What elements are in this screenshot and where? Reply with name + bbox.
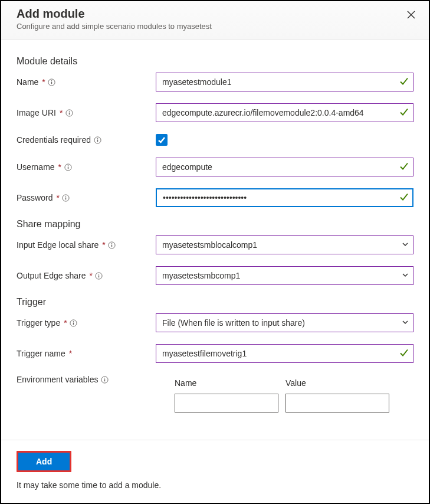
- info-icon[interactable]: [101, 375, 109, 384]
- required-indicator: *: [42, 77, 45, 87]
- svg-point-19: [111, 243, 112, 243]
- checkmark-icon: [157, 136, 166, 144]
- credentials-label: Credentials required: [17, 135, 91, 145]
- svg-point-16: [65, 195, 66, 196]
- username-input[interactable]: [156, 158, 413, 176]
- username-label: Username: [17, 162, 55, 172]
- required-indicator: *: [64, 318, 67, 328]
- required-indicator: *: [58, 162, 61, 172]
- input-share-label: Input Edge local share: [17, 240, 99, 250]
- add-button[interactable]: Add: [18, 453, 70, 470]
- required-indicator: *: [60, 108, 63, 117]
- trigger-type-select[interactable]: File (When file is written to input shar…: [156, 313, 413, 332]
- svg-point-25: [73, 320, 74, 321]
- output-share-select[interactable]: myasetestsmbcomp1: [156, 266, 413, 285]
- env-vars-label: Environment variables: [17, 375, 99, 384]
- info-icon[interactable]: [62, 194, 70, 202]
- section-module-details: Module details: [17, 56, 413, 67]
- panel-title: Add module: [17, 7, 413, 21]
- info-icon[interactable]: [108, 241, 116, 249]
- svg-point-28: [104, 377, 105, 378]
- section-trigger: Trigger: [17, 297, 413, 307]
- env-name-input[interactable]: [175, 394, 278, 413]
- info-icon[interactable]: [70, 319, 78, 327]
- info-icon[interactable]: [64, 163, 72, 171]
- close-icon: [407, 11, 415, 21]
- output-share-label: Output Edge share: [17, 271, 86, 280]
- password-input[interactable]: [156, 188, 413, 207]
- svg-point-4: [51, 80, 52, 80]
- trigger-type-label: Trigger type: [17, 318, 60, 328]
- svg-point-22: [99, 273, 99, 274]
- image-uri-input[interactable]: [156, 103, 413, 122]
- panel-footer: Add It may take some time to add a modul…: [1, 440, 429, 503]
- svg-point-13: [67, 165, 68, 165]
- name-label: Name: [17, 77, 38, 87]
- required-indicator: *: [56, 193, 59, 202]
- info-icon[interactable]: [93, 136, 101, 144]
- env-value-header: Value: [285, 378, 389, 388]
- env-name-header: Name: [175, 378, 278, 388]
- input-share-select[interactable]: myasetestsmblocalcomp1: [156, 235, 413, 254]
- section-share-mapping: Share mapping: [17, 219, 413, 230]
- close-button[interactable]: [403, 7, 419, 24]
- info-icon[interactable]: [95, 271, 103, 280]
- panel-header: Add module Configure and add simple scen…: [1, 1, 429, 40]
- env-value-input[interactable]: [285, 394, 389, 413]
- svg-point-10: [97, 138, 97, 138]
- svg-point-7: [69, 110, 70, 111]
- info-icon[interactable]: [48, 78, 56, 86]
- trigger-name-label: Trigger name: [17, 349, 65, 358]
- name-input[interactable]: [156, 73, 413, 91]
- trigger-name-input[interactable]: [156, 344, 413, 363]
- panel-subtitle: Configure and add simple scenario module…: [17, 22, 413, 31]
- credentials-checkbox[interactable]: [156, 134, 168, 146]
- required-indicator: *: [69, 349, 72, 358]
- password-label: Password: [17, 193, 52, 202]
- image-uri-label: Image URI: [17, 108, 56, 117]
- required-indicator: *: [102, 240, 105, 250]
- info-icon[interactable]: [65, 109, 73, 117]
- footer-note: It may take some time to add a module.: [17, 480, 413, 490]
- required-indicator: *: [90, 271, 93, 280]
